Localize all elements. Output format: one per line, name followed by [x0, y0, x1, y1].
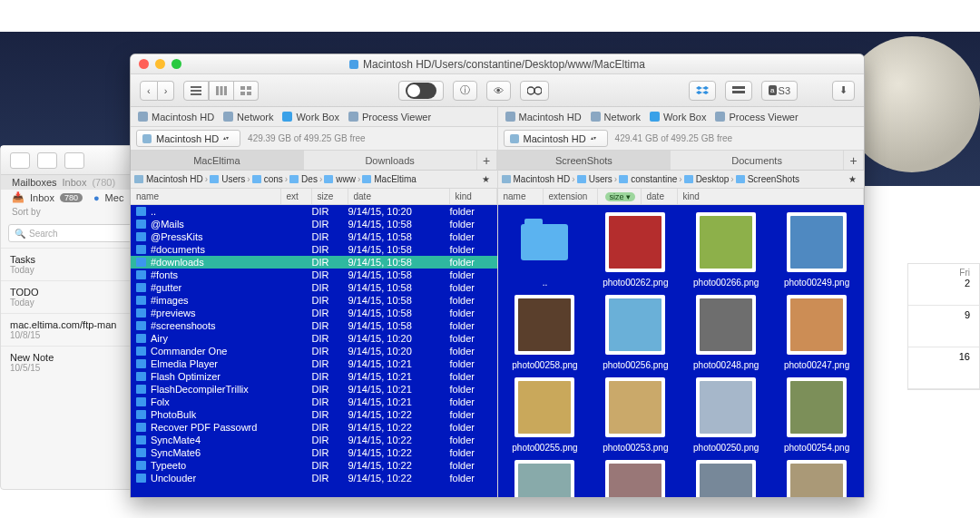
left-volume-select[interactable]: Macintosh HD▴▾ — [136, 130, 240, 147]
svg-rect-12 — [732, 86, 745, 89]
window-title: Macintosh HD/Users/constantine/Desktop/w… — [363, 58, 645, 71]
file-row[interactable]: Elmedia PlayerDIR9/14/15, 10:21folder — [131, 357, 497, 370]
file-thumbnail[interactable] — [686, 460, 766, 497]
svg-rect-8 — [240, 92, 245, 95]
breadcrumb-segment[interactable]: Desktop — [684, 174, 730, 184]
right-column-headers[interactable]: name extension size ▾ date kind — [498, 189, 865, 205]
file-row[interactable]: SyncMate6DIR9/14/15, 10:22folder — [131, 446, 497, 459]
s3-button[interactable]: aS3 — [761, 81, 798, 101]
svg-point-11 — [534, 87, 542, 94]
quicklook-button[interactable]: 👁 — [486, 81, 511, 101]
file-row[interactable]: #gutterDIR9/14/15, 10:58folder — [131, 281, 497, 294]
minimize-icon[interactable] — [155, 59, 165, 69]
right-breadcrumb[interactable]: Macintosh HD›Users›constantine›Desktop›S… — [498, 171, 865, 189]
location-item[interactable]: Process Viewer — [348, 112, 431, 122]
file-thumbnail[interactable]: photo00256.png — [595, 295, 675, 370]
location-item[interactable]: Process Viewer — [715, 112, 798, 122]
svg-rect-5 — [224, 86, 227, 95]
location-item[interactable]: Network — [591, 112, 641, 122]
ftp-button[interactable] — [725, 81, 752, 101]
right-file-grid[interactable]: ..photo00262.pngphoto00266.pngphoto00249… — [498, 205, 865, 497]
right-volume-select[interactable]: Macintosh HD▴▾ — [504, 130, 608, 147]
left-tab-other[interactable]: Downloads — [304, 151, 477, 170]
left-free-space: 429.39 GB of 499.25 GB free — [248, 133, 366, 143]
location-item[interactable]: Macintosh HD — [505, 112, 582, 122]
breadcrumb-segment[interactable]: cons — [252, 174, 283, 184]
file-thumbnail[interactable] — [777, 460, 857, 497]
file-thumbnail[interactable]: photo00266.png — [686, 212, 766, 288]
file-thumbnail[interactable]: photo00248.png — [686, 295, 766, 370]
view-columns-button[interactable] — [209, 81, 234, 101]
file-row[interactable]: FolxDIR9/14/15, 10:21folder — [131, 396, 497, 408]
breadcrumb-segment[interactable]: Users — [577, 174, 612, 184]
file-row[interactable]: #fontsDIR9/14/15, 10:58folder — [131, 269, 497, 281]
zoom-icon[interactable] — [172, 59, 181, 69]
file-thumbnail[interactable]: photo00254.png — [777, 377, 857, 453]
file-row[interactable]: FlashDecompilerTrillixDIR9/14/15, 10:21f… — [131, 383, 497, 396]
location-item[interactable]: Macintosh HD — [138, 112, 214, 122]
breadcrumb-segment[interactable]: MacEltima — [362, 174, 416, 184]
file-thumbnail[interactable] — [595, 460, 675, 497]
nav-forward-button[interactable]: › — [158, 81, 175, 101]
file-row[interactable]: ..DIR9/14/15, 10:20folder — [131, 205, 497, 218]
file-row[interactable]: Flash OptimizerDIR9/14/15, 10:21folder — [131, 370, 497, 383]
file-row[interactable]: Recover PDF PassowrdDIR9/14/15, 10:22fol… — [131, 421, 497, 434]
file-row[interactable]: #previewsDIR9/14/15, 10:58folder — [131, 307, 497, 319]
breadcrumb-segment[interactable]: constantine — [619, 174, 677, 184]
svg-rect-2 — [191, 93, 201, 95]
file-row[interactable]: @MailsDIR9/14/15, 10:58folder — [131, 218, 497, 230]
left-tab-active[interactable]: MacEltima — [131, 151, 304, 170]
file-thumbnail[interactable]: photo00250.png — [686, 377, 766, 453]
file-thumbnail[interactable]: .. — [505, 212, 584, 288]
left-tab-add[interactable]: + — [477, 151, 497, 170]
file-thumbnail[interactable]: photo00247.png — [777, 295, 857, 370]
location-item[interactable]: Work Box — [650, 112, 706, 122]
file-row[interactable]: #documentsDIR9/14/15, 10:58folder — [131, 243, 497, 256]
file-row[interactable]: #screenshootsDIR9/14/15, 10:58folder — [131, 319, 497, 332]
download-button[interactable]: ⬇ — [832, 81, 855, 101]
view-grid-button[interactable] — [234, 81, 259, 101]
file-row[interactable]: SyncMate4DIR9/14/15, 10:22folder — [131, 434, 497, 446]
toggle-button[interactable] — [398, 81, 444, 101]
nav-back-button[interactable]: ‹ — [140, 81, 158, 101]
file-row[interactable]: #downloadsDIR9/14/15, 10:58folder — [131, 256, 497, 269]
file-row[interactable]: Commander OneDIR9/14/15, 10:20folder — [131, 345, 497, 357]
breadcrumb-segment[interactable]: Macintosh HD — [502, 174, 571, 184]
left-file-list[interactable]: ..DIR9/14/15, 10:20folder@MailsDIR9/14/1… — [131, 205, 497, 497]
file-thumbnail[interactable]: photo00253.png — [595, 377, 675, 453]
right-tab-add[interactable]: + — [844, 151, 864, 170]
left-breadcrumb[interactable]: Macintosh HD›Users›cons›Des›www›MacEltim… — [131, 171, 497, 189]
titlebar[interactable]: Macintosh HD/Users/constantine/Desktop/w… — [131, 54, 864, 74]
breadcrumb-segment[interactable]: Des — [289, 174, 318, 184]
right-tab-other[interactable]: Documents — [671, 151, 844, 170]
info-button[interactable]: ⓘ — [453, 81, 477, 101]
view-list-button[interactable] — [183, 81, 209, 101]
svg-rect-13 — [732, 91, 745, 93]
location-item[interactable]: Network — [223, 112, 273, 122]
file-thumbnail[interactable]: photo00258.png — [505, 295, 584, 370]
file-row[interactable]: PhotoBulkDIR9/14/15, 10:22folder — [131, 408, 497, 421]
favorite-icon[interactable]: ★ — [478, 174, 494, 184]
location-item[interactable]: Work Box — [282, 112, 338, 122]
svg-rect-3 — [216, 86, 219, 95]
file-row[interactable]: AiryDIR9/14/15, 10:20folder — [131, 332, 497, 345]
breadcrumb-segment[interactable]: Users — [210, 174, 245, 184]
dropbox-button[interactable] — [689, 81, 716, 101]
file-thumbnail[interactable] — [505, 460, 584, 497]
binoculars-button[interactable] — [520, 81, 549, 101]
file-row[interactable]: TypeetoDIR9/14/15, 10:22folder — [131, 459, 497, 472]
file-row[interactable]: #imagesDIR9/14/15, 10:58folder — [131, 294, 497, 307]
left-column-headers[interactable]: name ext size date kind — [131, 189, 497, 205]
close-icon[interactable] — [139, 59, 149, 69]
breadcrumb-segment[interactable]: www — [324, 174, 356, 184]
commander-one-window: Macintosh HD/Users/constantine/Desktop/w… — [130, 54, 865, 498]
breadcrumb-segment[interactable]: Macintosh HD — [134, 174, 203, 184]
file-thumbnail[interactable]: photo00262.png — [595, 212, 675, 288]
breadcrumb-segment[interactable]: ScreenShots — [736, 174, 799, 184]
file-thumbnail[interactable]: photo00255.png — [505, 377, 584, 453]
file-row[interactable]: @PressKitsDIR9/14/15, 10:58folder — [131, 230, 497, 243]
file-row[interactable]: UnclouderDIR9/14/15, 10:22folder — [131, 472, 497, 484]
file-thumbnail[interactable]: photo00249.png — [777, 212, 857, 288]
favorite-icon[interactable]: ★ — [845, 174, 860, 184]
right-tab-active[interactable]: ScreenShots — [498, 151, 671, 170]
